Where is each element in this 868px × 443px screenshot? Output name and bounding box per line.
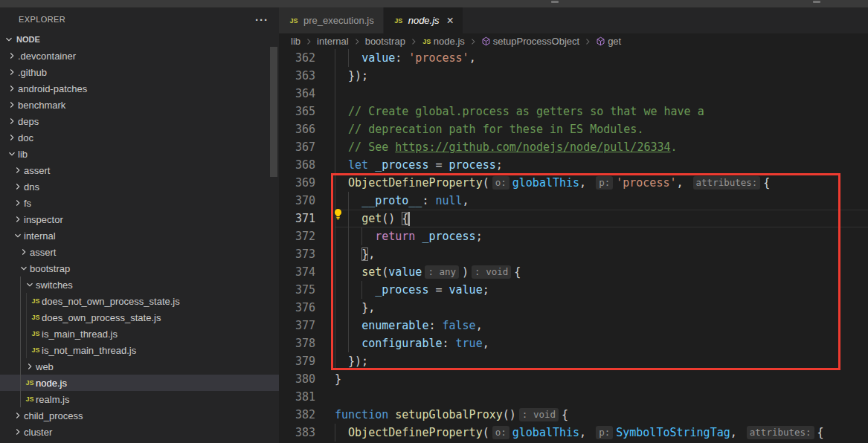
breadcrumb-item-lib[interactable]: lib xyxy=(291,36,300,47)
chevron-right-icon xyxy=(24,360,36,372)
line-content: ObjectDefineProperty(o:globalThis, p:'pr… xyxy=(335,174,868,192)
tree-item-label: benchmark xyxy=(18,100,65,111)
tree-item-assert[interactable]: assert xyxy=(0,162,279,178)
tree-item-cluster[interactable]: cluster xyxy=(0,424,279,440)
chevron-right-icon xyxy=(18,246,30,258)
code-line-366[interactable]: 366 // deprecation path for these in ES … xyxy=(279,120,868,138)
code-token: { xyxy=(562,408,568,421)
code-line-373[interactable]: 373 }, xyxy=(279,245,868,263)
code-line-368[interactable]: 368 let _process = process; xyxy=(279,156,868,174)
tree-item-label: does_not_own_process_state.js xyxy=(42,296,180,307)
tree-item-assert[interactable]: assert xyxy=(0,244,279,260)
code-token: process xyxy=(449,158,496,172)
breadcrumb-item-bootstrap[interactable]: bootstrap xyxy=(365,36,405,47)
code-line-363[interactable]: 363 }); xyxy=(279,67,868,85)
breadcrumb-item-node-js[interactable]: JSnode.js xyxy=(422,36,465,48)
tree-item-label: web xyxy=(36,361,54,372)
tree-item-fs[interactable]: fs xyxy=(0,195,279,211)
tree-item-is-not-main-thread-js[interactable]: JSis_not_main_thread.js xyxy=(0,342,279,358)
breadcrumb: libinternalbootstrapJSnode.jssetupProces… xyxy=(279,33,868,49)
js-file-icon: JS xyxy=(393,15,405,27)
code-token: 'process' xyxy=(616,176,676,190)
code-token xyxy=(388,408,395,421)
code-line-367[interactable]: 367 // See https://github.com/nodejs/nod… xyxy=(279,138,868,156)
code-line-372[interactable]: 372 return _process; xyxy=(279,227,868,245)
code-line-374[interactable]: 374 set(value: any): void{ xyxy=(279,263,868,281)
js-file-icon: JS xyxy=(30,311,42,323)
code-token: : xyxy=(428,319,442,332)
code-token: ; xyxy=(496,158,503,172)
code-line-381[interactable]: 381 xyxy=(279,388,868,406)
tree-item-internal[interactable]: internal xyxy=(0,227,279,244)
code-line-383[interactable]: 383 ObjectDefineProperty(o:globalThis, p… xyxy=(279,424,868,442)
tree-item-label: child_process xyxy=(24,410,83,421)
close-icon[interactable]: × xyxy=(447,15,454,27)
tree-item-does-own-process-state-js[interactable]: JSdoes_own_process_state.js xyxy=(0,309,279,326)
code-line-365[interactable]: 365 // Create global.process as getters … xyxy=(279,103,868,120)
tree-item-label: is_main_thread.js xyxy=(42,329,118,340)
code-token: , xyxy=(463,194,469,207)
tree-item-benchmark[interactable]: benchmark xyxy=(0,97,279,113)
tab-pre-execution-js[interactable]: JSpre_execution.js xyxy=(279,7,384,33)
line-number: 371 xyxy=(279,210,335,227)
tree-item-doc[interactable]: doc xyxy=(0,129,279,146)
code-line-371[interactable]: 371 get() { xyxy=(279,210,868,227)
code-token: ( xyxy=(483,176,489,190)
code-line-378[interactable]: 378 configurable: true, xyxy=(279,334,868,352)
tree-item-bootstrap[interactable]: bootstrap xyxy=(0,260,279,277)
tree-item-dns[interactable]: dns xyxy=(0,178,279,195)
code-line-380[interactable]: 380} xyxy=(279,370,868,388)
sidebar-scrollbar[interactable] xyxy=(270,47,277,177)
code-token: false xyxy=(443,319,476,332)
code-token: 'process' xyxy=(408,51,469,65)
code-line-375[interactable]: 375 _process = value; xyxy=(279,281,868,299)
tree-item-node-js[interactable]: JSnode.js xyxy=(0,375,279,391)
code-line-369[interactable]: 369 ObjectDefineProperty(o:globalThis, p… xyxy=(279,174,868,192)
code-editor[interactable]: 362 value: 'process',363 });364 365 // C… xyxy=(279,49,868,443)
js-file-icon: JS xyxy=(288,15,300,27)
tab-node-js[interactable]: JSnode.js× xyxy=(384,7,463,33)
explorer-more-actions-icon[interactable]: ··· xyxy=(255,13,269,26)
tree-item-lib[interactable]: lib xyxy=(0,146,279,162)
code-line-376[interactable]: 376 }, xyxy=(279,299,868,317)
inlay-hint: attributes: xyxy=(693,176,761,190)
indent-guide xyxy=(335,227,335,245)
code-token: set xyxy=(361,265,382,279)
inlay-hint: : any xyxy=(425,265,459,279)
code-line-382[interactable]: 382function setupGlobalProxy(): void{ xyxy=(279,406,868,424)
tree-item-switches[interactable]: switches xyxy=(0,277,279,293)
tree-item-is-main-thread-js[interactable]: JSis_main_thread.js xyxy=(0,326,279,342)
js-file-icon: JS xyxy=(24,377,36,389)
line-content xyxy=(335,85,868,103)
tree-item-child-process[interactable]: child_process xyxy=(0,407,279,424)
tree-item-android-patches[interactable]: android-patches xyxy=(0,80,279,97)
indent-guide xyxy=(335,192,335,210)
chevron-right-icon xyxy=(12,181,24,193)
tree-item-deps[interactable]: deps xyxy=(0,113,279,129)
line-content: // See https://github.com/nodejs/node/pu… xyxy=(335,138,868,156)
tree-item--github[interactable]: .github xyxy=(0,64,279,80)
indent-guide xyxy=(335,334,335,352)
breadcrumb-item-get[interactable]: get xyxy=(596,36,621,47)
tree-item-does-not-own-process-state-js[interactable]: JSdoes_not_own_process_state.js xyxy=(0,293,279,309)
code-line-362[interactable]: 362 value: 'process', xyxy=(279,49,868,67)
code-line-377[interactable]: 377 enumerable: false, xyxy=(279,317,868,334)
line-content: __proto__: null, xyxy=(335,192,868,210)
code-token: value xyxy=(449,283,483,297)
tree-item--devcontainer[interactable]: .devcontainer xyxy=(0,48,279,64)
editor-group: JSpre_execution.jsJSnode.js× libinternal… xyxy=(279,7,868,443)
tree-item-inspector[interactable]: inspector xyxy=(0,211,279,227)
lightbulb-icon[interactable] xyxy=(332,208,344,220)
section-header-node[interactable]: NODE xyxy=(0,31,279,48)
explorer-header: EXPLORER ··· xyxy=(0,7,279,31)
tree-item-realm-js[interactable]: JSrealm.js xyxy=(0,391,279,407)
code-line-379[interactable]: 379 }); xyxy=(279,352,868,370)
code-line-370[interactable]: 370 __proto__: null, xyxy=(279,192,868,210)
chevron-down-icon xyxy=(6,148,18,160)
breadcrumb-item-internal[interactable]: internal xyxy=(317,36,349,47)
breadcrumb-item-setupprocessobject[interactable]: setupProcessObject xyxy=(481,36,579,47)
code-line-364[interactable]: 364 xyxy=(279,85,868,103)
tree-item-label: does_own_process_state.js xyxy=(42,312,161,323)
tree-item-web[interactable]: web xyxy=(0,358,279,375)
titlebar-text-fragment xyxy=(551,1,559,3)
